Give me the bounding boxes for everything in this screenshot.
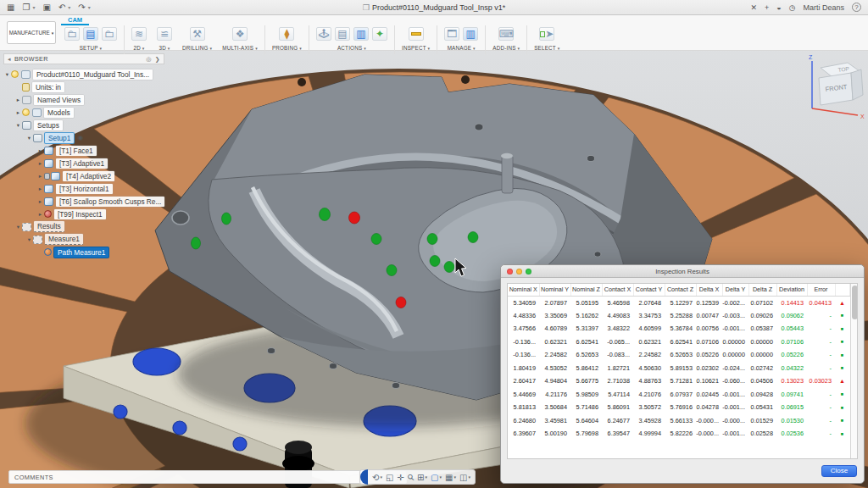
table-row[interactable]: 5.446694.211765.985095.471144.210766.079… [508,388,849,402]
collapse-arrow-icon[interactable]: ▸ [36,160,44,167]
expand-arrow-icon[interactable]: ▾ [25,236,33,243]
post-process-icon[interactable]: 🕹 [316,27,331,41]
tree-item-adaptive2[interactable]: ▸[T4] Adaptive2 [3,169,164,182]
tree-item-setup1[interactable]: ▾Setup1◉ [3,131,164,144]
visibility-bulb-icon[interactable] [22,108,30,116]
table-row[interactable]: -0.136...2.245826.52653-0.083...2.245826… [508,348,849,362]
collapse-arrow-icon[interactable]: ▸ [36,173,44,180]
collapse-arrow-icon[interactable]: ▸ [14,97,22,103]
app-grid-icon[interactable]: ▦ [7,3,14,12]
file-caret-icon[interactable]: ▾ [32,4,35,10]
toolbar-group-actions[interactable]: 🕹▤▥✦ ACTIONS ▾ [311,25,392,51]
toolbar-group-manage[interactable]: 🗔▥ MANAGE ▾ [439,25,483,51]
task-manager-icon[interactable]: ▥ [463,27,478,41]
window-minimize-icon[interactable] [516,269,522,274]
document-tab[interactable]: ❒Product#0110_Mudguard Tool_Insp v1* [0,3,868,12]
tool-library-icon[interactable]: 🗔 [444,27,459,41]
tree-item-adaptive1[interactable]: ▸[T3] Adaptive1 [3,157,164,169]
tree-item-units[interactable]: Units: in [3,80,164,93]
expand-arrow-icon[interactable]: ▾ [14,224,22,230]
generate-icon[interactable]: ✦ [372,27,387,41]
toolbar-group-multi-axis[interactable]: ❖ MULTI-AXIS ▾ [217,25,263,51]
tree-item-path-measure1[interactable]: Path Measure1 [3,246,164,258]
table-row[interactable]: 5.818133.506845.714865.860913.505725.769… [508,401,849,414]
collapse-arrow-icon[interactable]: ▸ [36,147,44,154]
inspect-ruler-icon[interactable] [409,27,424,41]
close-button[interactable]: Close [821,465,857,477]
tab-close-icon[interactable]: ✕ [750,3,757,12]
browser-header[interactable]: ◂ BROWSER ◎ ❯ [3,53,164,64]
add-ins-icon[interactable]: ⌨ [498,27,514,41]
expand-arrow-icon[interactable]: ▾ [3,71,11,78]
pan-icon[interactable]: ✛ [397,473,403,482]
redo-icon[interactable]: ↷ [78,3,85,12]
toolbar-group-setup[interactable]: 🗀▤🗀 SETUP ▾ [59,25,122,51]
undo-caret-icon[interactable]: ▾ [68,4,70,10]
toolbar-group-2d[interactable]: ≋ 2D ▾ [126,25,152,51]
tree-item-named-views[interactable]: ▸Named Views [3,93,164,106]
window-close-icon[interactable] [507,269,513,274]
grid-settings-icon[interactable]: ▦▾ [445,473,456,482]
collapse-arrow-icon[interactable]: ▸ [36,186,44,192]
2d-milling-icon[interactable]: ≋ [131,27,147,41]
simulate-icon[interactable]: ▥ [353,27,369,41]
multi-axis-icon[interactable]: ❖ [232,27,248,41]
table-row[interactable]: 3.475664.607895.313973.483224.605995.367… [508,322,849,336]
tab-cam[interactable]: CAM [61,15,89,25]
tree-item-scallop[interactable]: ▸[T6] Scallop Smooth Cusps Re... [3,195,164,208]
redo-caret-icon[interactable]: ▾ [88,4,91,10]
probing-icon[interactable]: ⧫ [279,27,294,41]
new-tab-icon[interactable]: + [765,3,769,12]
toolbar-group-select[interactable]: ➤ SELECT ▾ [529,25,565,51]
browser-expand-icon[interactable]: ❯ [155,56,160,63]
tree-item-models[interactable]: ▸Models [3,106,164,119]
setup-folder-icon[interactable]: 🗀 [102,27,117,41]
viewports-icon[interactable]: ◫▾ [459,473,470,482]
collapse-arrow-icon[interactable]: ▸ [36,211,44,218]
collapse-arrow-icon[interactable]: ▸ [14,109,22,116]
extensions-icon[interactable]: ◒ [776,3,781,12]
toolbar-group-3d[interactable]: ≌ 3D ▾ [152,25,177,51]
toolbar-group-drilling[interactable]: ⚒ DRILLING ▾ [177,25,217,51]
table-row[interactable]: -0.136...0.623216.62541-0.065...0.623216… [508,336,849,349]
file-icon[interactable]: ❐ [22,3,30,12]
undo-icon[interactable]: ↶ [58,3,65,12]
workspace-switcher[interactable]: MANUFACTURE▾ [7,21,56,44]
scrollbar-thumb[interactable] [852,286,858,319]
expand-arrow-icon[interactable]: ▾ [25,135,33,141]
tree-item-horizontal1[interactable]: ▸[T3] Horizontal1 [3,182,164,195]
comments-panel[interactable]: COMMENTS ◉ ❯ [8,470,407,484]
tree-item-results[interactable]: ▾Results [3,220,164,233]
active-setup-badge[interactable]: ◉ [77,134,83,141]
table-row[interactable]: 6.396075.001905.796986.395474.999945.822… [508,427,849,441]
table-row[interactable]: 2.604174.948045.667752.710384.887635.712… [508,374,849,388]
user-name[interactable]: Marti Deans [803,3,844,12]
dialog-titlebar[interactable]: Inspection Results [501,265,864,278]
toolbar-group-add-ins[interactable]: ⌨ ADD-INS ▾ [487,25,525,51]
tree-item-inspect1[interactable]: ▸[T99] Inspect1 [3,208,164,220]
table-scrollbar[interactable] [850,284,859,458]
toolbar-group-probing[interactable]: ⧫ PROBING ▾ [267,25,307,51]
select-icon[interactable]: ➤ [539,27,554,41]
tree-item-setups[interactable]: ▾Setups [3,119,164,131]
table-row[interactable]: 5.340592.078975.051955.465982.076485.122… [508,296,849,309]
orbit-icon[interactable]: ⟲▾ [372,473,382,482]
navbar-grip[interactable] [360,469,368,485]
table-row[interactable]: 6.246803.459815.646046.246773.459285.661… [508,414,849,428]
tree-item-face1[interactable]: ▸[T1] Face1 [3,144,164,157]
display-settings-icon[interactable]: ▢▾ [431,473,442,482]
tree-item-root[interactable]: ▾Product#0110_Mudguard Tool_Ins... [3,68,164,80]
new-setup-icon[interactable]: 🗀 [64,27,80,41]
table-row[interactable]: 4.483363.350695.162624.490833.347535.252… [508,309,849,323]
window-zoom-icon[interactable] [526,269,531,274]
visibility-bulb-icon[interactable] [11,70,19,78]
3d-milling-icon[interactable]: ≌ [157,27,172,41]
toolbar-group-inspect[interactable]: INSPECT ▾ [397,25,435,51]
view-cube[interactable]: TOP FRONT Z X [795,51,866,122]
tree-item-measure1[interactable]: ▾Measure1 [3,233,164,246]
collapse-arrow-icon[interactable]: ▸ [36,198,44,205]
setup-sheet-action-icon[interactable]: ▤ [335,27,350,41]
job-status-icon[interactable]: ◷ [789,3,796,12]
browser-filter-icon[interactable]: ◎ [146,56,152,63]
zoom-icon[interactable]: ⚲ [405,472,416,483]
